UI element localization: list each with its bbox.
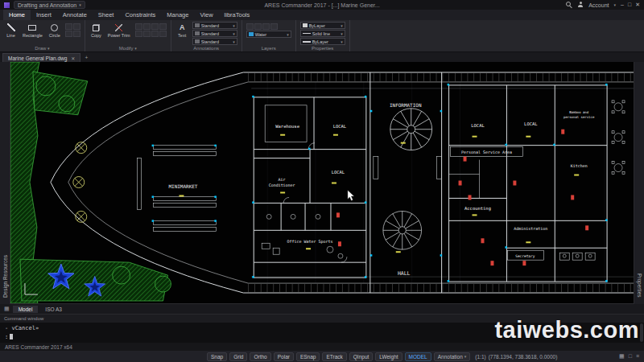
toggle-ortho[interactable]: Ortho [250, 352, 270, 361]
workspace-switch-icon[interactable]: ▦ [619, 353, 625, 360]
text-style-value: Standard [201, 23, 219, 28]
ribbon-panel-layers: Water ▾ Layers [242, 20, 296, 51]
fullscreen-icon[interactable]: □ [629, 353, 632, 360]
line-tool-button[interactable]: Line [4, 22, 18, 39]
room-label-bamboo-2: personal service [564, 115, 595, 119]
circle-tool-button[interactable]: Circle [47, 22, 62, 39]
menu-view[interactable]: View [194, 10, 218, 20]
toggle-lweight[interactable]: LWeight [375, 352, 402, 361]
room-label-bamboo-1: Bamboo and [569, 110, 589, 114]
rectangle-tool-button[interactable]: Rectangle [21, 22, 44, 39]
account-button[interactable]: Account [588, 2, 609, 8]
room-label-air-1: Air [279, 178, 286, 183]
chevron-down-icon: ▾ [341, 23, 343, 28]
close-button[interactable]: ✕ [635, 2, 640, 8]
copy-tool-button[interactable]: Copy [89, 22, 103, 39]
linestyle-dropdown[interactable]: Solid line ▾ [300, 30, 345, 37]
maximize-button[interactable]: □ [628, 2, 631, 8]
draw-panel-label: Draw [35, 46, 46, 51]
room-label-administration: Administration [514, 226, 547, 231]
circle-icon [51, 24, 58, 31]
tab-model[interactable]: Model [13, 306, 39, 313]
room-label-air-2: Conditioner [269, 183, 295, 187]
toggle-snap[interactable]: Snap [207, 352, 227, 361]
workspace-dropdown[interactable]: Drafting and Annotation ▾ [14, 1, 85, 9]
toggle-esnap[interactable]: ESnap [296, 352, 320, 361]
drawing-canvas[interactable]: MINIMARKET Warehouse LOCAL LOCAL Air Con… [10, 62, 634, 304]
document-tab[interactable]: Marine General Plan.dwg ✕ [2, 53, 80, 62]
account-chevron-icon[interactable]: ▾ [613, 2, 616, 7]
table-style-icon [195, 39, 200, 43]
text-tool-label: Text [178, 33, 186, 38]
lineweight-dropdown[interactable]: ByLayer ▾ [300, 38, 345, 45]
dimension-style-value: Standard [201, 31, 219, 36]
menu-annotate[interactable]: Annotate [57, 10, 93, 20]
coordinates-readout: (778.1394, 738.3618, 0.0000) [489, 354, 558, 360]
menu-constraints[interactable]: Constraints [119, 10, 161, 20]
room-label-local-d: LOCAL [524, 121, 538, 126]
new-tab-button[interactable]: + [80, 53, 92, 62]
room-label-accounting: Accounting [464, 206, 491, 212]
circle-tool-label: Circle [49, 33, 60, 38]
table-style-value: Standard [201, 39, 219, 44]
vegetation-hatch [10, 62, 171, 303]
tab-close-icon[interactable]: ✕ [71, 56, 75, 61]
tab-iso-a3[interactable]: ISO A3 [39, 306, 68, 313]
menu-insert[interactable]: Insert [31, 10, 57, 20]
text-icon: A [180, 23, 185, 31]
command-scrollbar[interactable] [640, 323, 643, 342]
color-swatch [303, 23, 308, 27]
toggle-qinput[interactable]: QInput [349, 352, 374, 361]
ribbon-panel-annotations: A Text Standard ▾ Standard ▾ [171, 20, 242, 51]
modify-extra-tools[interactable] [135, 23, 167, 37]
room-label-minimarket: MINIMARKET [168, 183, 197, 189]
minimize-button[interactable]: – [621, 2, 624, 8]
toggle-grid[interactable]: Grid [229, 352, 247, 361]
lineweight-preview-icon [303, 41, 311, 43]
ribbon-panel-properties: ByLayer ▾ Solid line ▾ ByLayer ▾ Prop [296, 20, 350, 51]
room-label-information: INFORMATION [390, 102, 422, 108]
layer-value: Water [255, 32, 266, 37]
menu-manage[interactable]: Manage [161, 10, 194, 20]
room-label-kitchen: Kitchen [571, 163, 588, 168]
status-bar: Snap Grid Ortho Polar ESnap ETrack QInpu… [0, 351, 644, 362]
color-dropdown[interactable]: ByLayer ▾ [300, 22, 345, 29]
search-icon[interactable] [566, 2, 572, 8]
sheet-grid-icon[interactable]: ▦ [4, 306, 10, 312]
text-style-dropdown[interactable]: Standard ▾ [192, 22, 237, 29]
rectangle-icon [28, 25, 36, 31]
sheet-tab-bar: ▦ Model ISO A3 [0, 304, 644, 314]
status-menu-icon[interactable]: ≡ [636, 353, 639, 360]
layer-dropdown[interactable]: Water ▾ [246, 31, 291, 38]
power-trim-icon [115, 24, 122, 31]
dimension-style-dropdown[interactable]: Standard ▾ [192, 30, 237, 37]
ship-hull [51, 72, 634, 293]
draw-panel-chevron-icon[interactable]: ▾ [47, 46, 50, 51]
mouse-cursor [348, 190, 354, 200]
draw-extra-tools[interactable] [65, 23, 80, 37]
properties-rail[interactable]: Properties [634, 62, 644, 304]
toggle-etrack[interactable]: ETrack [322, 352, 346, 361]
layer-tools[interactable] [246, 23, 291, 30]
annotation-scale-dropdown[interactable]: Annotation ▾ [434, 352, 471, 361]
chevron-down-icon: ▾ [233, 39, 235, 44]
text-tool-button[interactable]: A Text [175, 22, 189, 39]
table-style-dropdown[interactable]: Standard ▾ [192, 38, 237, 45]
ribbon-panel-modify: Copy Power Trim Modify ▾ [85, 20, 171, 51]
design-resources-rail[interactable]: Design Resources [0, 62, 10, 304]
modify-panel-chevron-icon[interactable]: ▾ [134, 46, 137, 51]
design-resources-tab-label: Design Resources [2, 255, 8, 298]
toggle-model[interactable]: MODEL [405, 352, 431, 361]
menu-libratools[interactable]: libraTools [219, 10, 256, 20]
app-logo-icon[interactable] [4, 2, 10, 8]
menu-sheet[interactable]: Sheet [93, 10, 120, 20]
workspace-label: Drafting and Annotation [18, 2, 76, 8]
layers-panel-label: Layers [262, 46, 276, 51]
command-prompt: : [5, 334, 8, 340]
layer-color-swatch [249, 32, 254, 36]
menu-home[interactable]: Home [3, 10, 31, 20]
toggle-polar[interactable]: Polar [274, 352, 294, 361]
power-trim-tool-button[interactable]: Power Trim [106, 22, 132, 39]
annotations-panel-label: Annotations [193, 46, 219, 51]
chevron-down-icon: ▾ [233, 31, 235, 36]
